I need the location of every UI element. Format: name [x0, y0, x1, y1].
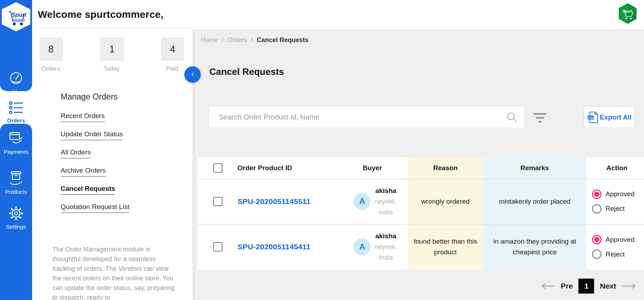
stat-today-label: Today [101, 65, 123, 72]
buyer-location-line2: India [375, 207, 397, 218]
action-cell: Approved Reject [592, 179, 644, 224]
table-row: SPU-2020051145411 A akisha neyveli, Indi… [198, 224, 644, 270]
breadcrumb-current: Cancel Requests [257, 36, 308, 44]
export-all-button[interactable]: CSV Export All [584, 106, 635, 128]
buyer-location-line1: neyveli, [375, 241, 397, 252]
sidebar-label-settings: Settings [0, 224, 32, 230]
buyer-avatar: A [353, 193, 370, 210]
profile-avatar[interactable]: Spurt [618, 3, 638, 24]
manage-orders-menu: Recent Orders Update Order Status All Or… [61, 112, 129, 221]
table-row: SPU-2020051145511 A akisha neyveli, Indi… [198, 179, 644, 224]
order-product-id-link[interactable]: SPU-2020051145411 [237, 224, 344, 270]
orders-submenu-panel: 8 Orders 1 Today 4 Paid Manage Orders Re… [32, 29, 193, 300]
menu-item-all-orders[interactable]: All Orders [61, 148, 129, 159]
logo-text: Spurt [11, 12, 26, 18]
stat-orders-value: 8 [40, 38, 62, 61]
breadcrumb-home[interactable]: Home [201, 36, 218, 44]
primary-sidebar: Spurt commerce ® Dashboard Orders [0, 0, 32, 300]
column-header-action[interactable]: Action [588, 157, 644, 179]
row-checkbox[interactable] [213, 197, 223, 206]
column-header-order-product-id[interactable]: Order Product ID [237, 157, 292, 179]
pagination: Pre 1 Next [540, 279, 637, 294]
sidebar-item-dashboard[interactable]: Dashboard [0, 71, 32, 95]
sidebar-label-payments: Payments [0, 149, 32, 155]
buyer-cell: A akisha neyveli, India [339, 179, 411, 224]
payments-card-icon [7, 131, 25, 146]
welcome-title: Welcome spurtcommerce, [38, 0, 163, 29]
stat-orders-label: Orders [40, 65, 62, 72]
next-page-button[interactable]: Next [600, 282, 616, 290]
breadcrumb: Home / Orders / Cancel Requests [201, 36, 308, 44]
menu-item-update-order-status[interactable]: Update Order Status [61, 130, 129, 141]
search-bar [209, 106, 525, 128]
reject-radio-option[interactable]: Reject [592, 204, 625, 214]
stat-paid-label: Paid [161, 65, 183, 72]
filter-icon[interactable] [533, 113, 547, 123]
panel-collapse-button[interactable]: ‹ [184, 66, 201, 83]
reject-radio[interactable] [592, 204, 602, 214]
column-header-reason[interactable]: Reason [408, 157, 483, 179]
select-all-checkbox[interactable] [213, 163, 223, 173]
cancel-requests-table: Order Product ID Buyer Reason Remarks Ac… [198, 157, 644, 270]
sidebar-item-payments[interactable]: Payments [0, 131, 32, 155]
buyer-location-line1: neyveli, [375, 196, 397, 207]
buyer-avatar: A [353, 238, 370, 255]
breadcrumb-orders[interactable]: Orders [228, 36, 247, 44]
previous-arrow-icon[interactable] [540, 283, 555, 289]
stat-today-value: 1 [101, 38, 123, 61]
action-cell: Approved Reject [592, 224, 644, 270]
spurtcommerce-logo[interactable]: Spurt commerce ® [1, 2, 31, 32]
current-page-indicator[interactable]: 1 [578, 279, 594, 294]
buyer-location-line2: India [375, 252, 397, 263]
sidebar-item-products[interactable]: Products [0, 170, 32, 195]
sidebar-label-products: Products [0, 189, 32, 195]
avatar-hexagon-logo-icon: Spurt [618, 3, 638, 24]
settings-gear-icon [8, 205, 24, 221]
menu-item-archive-orders[interactable]: Archive Orders [61, 167, 129, 178]
sidebar-item-settings[interactable]: Settings [0, 205, 32, 230]
next-arrow-icon[interactable] [622, 283, 637, 289]
buyer-name: akisha [375, 185, 397, 196]
logo-subtext: commerce [12, 18, 25, 21]
stat-paid-value: 4 [161, 38, 184, 61]
dashboard-gauge-icon [8, 71, 24, 86]
stat-today: 1 Today [101, 38, 123, 72]
orders-list-icon [8, 101, 24, 115]
approved-radio[interactable] [592, 235, 602, 244]
page-title: Cancel Requests [209, 66, 284, 77]
menu-item-recent-orders[interactable]: Recent Orders [61, 112, 129, 123]
search-input[interactable] [209, 106, 525, 128]
export-all-label: Export All [600, 113, 632, 121]
stat-paid: 4 Paid [161, 38, 183, 72]
remarks-cell: mistakenly order placed [483, 179, 586, 224]
approved-radio-option[interactable]: Approved [592, 189, 634, 199]
reason-cell: found better than this product [408, 224, 483, 270]
search-icon[interactable] [506, 111, 518, 123]
approved-radio[interactable] [592, 189, 602, 199]
sidebar-item-orders[interactable]: Orders [0, 101, 32, 124]
buyer-cell: A akisha neyveli, India [339, 224, 411, 270]
sidebar-label-dashboard: Dashboard [0, 89, 32, 95]
csv-icon-label: CSV [588, 116, 593, 119]
avatar-logo-text: Spurt [623, 9, 633, 13]
reject-radio-option[interactable]: Reject [592, 249, 625, 259]
panel-section-title: Manage Orders [61, 92, 118, 102]
row-checkbox[interactable] [213, 242, 223, 251]
reason-cell: wrongly ordered [408, 179, 483, 224]
registered-mark: ® [26, 3, 29, 7]
top-header: Welcome spurtcommerce, Spurt [32, 0, 644, 29]
menu-item-quotation-request-list[interactable]: Quotation Request List [61, 203, 129, 214]
menu-item-cancel-requests[interactable]: Cancel Requests [61, 185, 129, 196]
buyer-name: akisha [375, 231, 397, 241]
column-header-buyer[interactable]: Buyer [354, 157, 390, 179]
order-product-id-link[interactable]: SPU-2020051145511 [237, 179, 344, 224]
reject-radio[interactable] [592, 249, 602, 259]
chevron-left-icon: ‹ [191, 70, 194, 79]
table-header-row: Order Product ID Buyer Reason Remarks Ac… [198, 157, 644, 179]
previous-page-button[interactable]: Pre [561, 282, 573, 290]
stat-orders: 8 Orders [40, 38, 62, 72]
module-description: The Order Management module is thoughtfu… [52, 245, 177, 300]
csv-file-icon: CSV [587, 111, 599, 124]
approved-radio-option[interactable]: Approved [592, 235, 634, 244]
column-header-remarks[interactable]: Remarks [483, 157, 586, 179]
